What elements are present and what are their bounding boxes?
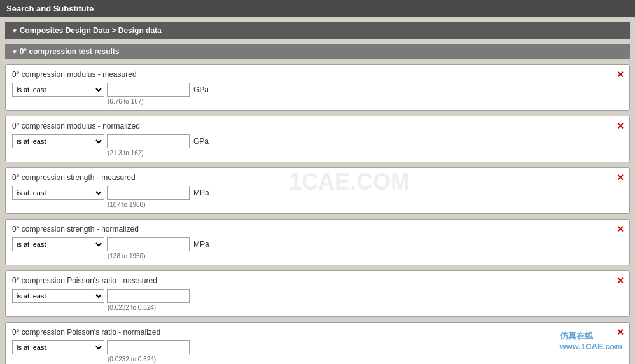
filter-row-2: is at leastis at mostis betweenequalsGPa	[12, 134, 623, 148]
filter-select-3[interactable]: is at leastis at mostis betweenequals	[12, 186, 104, 200]
filter-card-1: ✕0° compression modulus - measuredis at …	[5, 64, 630, 111]
filter-unit-2: GPa	[193, 137, 209, 146]
dialog-title-bar: Search and Substitute	[0, 0, 635, 17]
delete-button-4[interactable]: ✕	[617, 225, 624, 234]
filter-range-1: (6.76 to 167)	[108, 98, 623, 105]
filter-select-1[interactable]: is at leastis at mostis betweenequals	[12, 83, 104, 97]
dialog-body: Composites Design Data > Design data 0° …	[0, 17, 635, 364]
filter-unit-1: GPa	[193, 85, 209, 94]
filter-card-3: ✕0° compression strength - measuredis at…	[5, 167, 630, 214]
filter-unit-3: MPa	[193, 188, 209, 197]
filter-title-6: 0° compression Poisson's ratio - normali…	[12, 328, 623, 337]
filter-row-3: is at leastis at mostis betweenequalsMPa	[12, 186, 623, 200]
filter-range-3: (107 to 1960)	[108, 201, 623, 208]
filter-select-6[interactable]: is at leastis at mostis betweenequals	[12, 340, 104, 354]
filter-row-5: is at leastis at mostis betweenequals	[12, 289, 623, 303]
filter-card-2: ✕0° compression modulus - normalizedis a…	[5, 116, 630, 162]
filter-range-2: (21.3 to 162)	[108, 150, 623, 157]
filter-row-6: is at leastis at mostis betweenequals	[12, 340, 623, 354]
filter-range-6: (0.0232 to 0.624)	[108, 356, 623, 363]
filter-input-6[interactable]	[107, 340, 190, 354]
filter-input-4[interactable]	[107, 237, 190, 251]
filter-row-1: is at leastis at mostis betweenequalsGPa	[12, 83, 623, 97]
breadcrumb: Composites Design Data > Design data	[5, 22, 630, 39]
section-header: 0° compression test results	[5, 44, 630, 59]
filter-card-6: ✕0° compression Poisson's ratio - normal…	[5, 322, 630, 364]
filter-select-4[interactable]: is at leastis at mostis betweenequals	[12, 237, 104, 251]
filter-input-2[interactable]	[107, 134, 190, 148]
filter-title-3: 0° compression strength - measured	[12, 173, 623, 182]
breadcrumb-text: Composites Design Data > Design data	[20, 26, 162, 35]
filter-row-4: is at leastis at mostis betweenequalsMPa	[12, 237, 623, 251]
filter-title-5: 0° compression Poisson's ratio - measure…	[12, 276, 623, 285]
delete-button-2[interactable]: ✕	[617, 122, 624, 130]
filter-select-2[interactable]: is at leastis at mostis betweenequals	[12, 134, 104, 148]
dialog-title-text: Search and Substitute	[6, 4, 94, 13]
filter-title-2: 0° compression modulus - normalized	[12, 122, 623, 130]
filter-select-5[interactable]: is at leastis at mostis betweenequals	[12, 289, 104, 303]
delete-button-5[interactable]: ✕	[617, 276, 624, 285]
filter-input-3[interactable]	[107, 186, 190, 200]
filter-unit-4: MPa	[193, 240, 209, 249]
filter-card-4: ✕0° compression strength - normalizedis …	[5, 219, 630, 265]
filter-card-5: ✕0° compression Poisson's ratio - measur…	[5, 270, 630, 317]
filters-container: ✕0° compression modulus - measuredis at …	[5, 64, 630, 364]
filter-title-4: 0° compression strength - normalized	[12, 225, 623, 234]
section-title: 0° compression test results	[20, 47, 120, 56]
delete-button-6[interactable]: ✕	[617, 328, 624, 337]
filter-range-4: (138 to 1950)	[108, 253, 623, 260]
delete-button-1[interactable]: ✕	[617, 70, 624, 79]
filter-input-5[interactable]	[107, 289, 190, 303]
filter-title-1: 0° compression modulus - measured	[12, 70, 623, 79]
filter-input-1[interactable]	[107, 83, 190, 97]
delete-button-3[interactable]: ✕	[617, 173, 624, 182]
filter-range-5: (0.0232 to 0.624)	[108, 304, 623, 311]
